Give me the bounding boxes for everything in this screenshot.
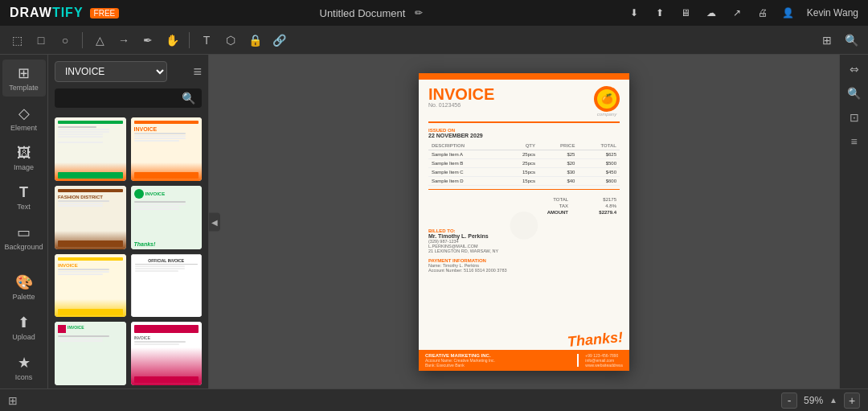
mini-header-4: INVOICE (134, 189, 199, 199)
template-card-inv-brown[interactable]: FASHION DISTRICT INVOICE-brown 21*29.70 … (55, 186, 126, 249)
palette-icon: 🎨 (15, 273, 33, 291)
template-card-inv-official[interactable]: OFFICIAL INVOICE OFFICIAL INVOICE-g... 2… (131, 254, 203, 318)
bottom-bar: ⊞ - 59% ▲ + (0, 388, 868, 411)
mini-invoice-3: FASHION DISTRICT (55, 186, 126, 249)
search-input[interactable] (61, 92, 182, 104)
cloud-icon[interactable]: ☁ (704, 6, 719, 20)
text-tool[interactable]: T (196, 30, 217, 51)
template-thumb-inv-yellow: INVOICE (55, 254, 126, 318)
mini-title-8: INVOICE (134, 335, 199, 340)
panel-category-select[interactable]: INVOICE (55, 61, 167, 82)
link-tool[interactable]: 🔗 (268, 30, 289, 51)
col-total: TOTAL (578, 142, 620, 150)
template-card-inv-green2[interactable]: INVOICE Thanks! INVOICE-green 21*29.70 c… (131, 186, 203, 249)
payment-account: Account Number: 5116 9314 2000 3783 (428, 268, 610, 273)
canvas-area[interactable]: ◀ ● INVOICE No. 0123456 🍊 com (209, 55, 839, 388)
triangle-tool[interactable]: △ (89, 30, 110, 51)
invoice-top-bar (419, 73, 629, 80)
billed-address: 21 LEXINGTON RD, WARSAW, NY (428, 249, 610, 253)
share-icon[interactable]: ⬆ (653, 6, 667, 20)
invoice-logo-block: 🍊 company (594, 86, 620, 117)
panel-menu-icon[interactable]: ≡ (193, 64, 202, 80)
invoice-billed-block: BILLED TO: Mr. Timothy L. Perkins (329) … (428, 228, 610, 253)
group-tool[interactable]: ⬡ (220, 30, 241, 51)
hand-tool[interactable]: ✋ (162, 30, 182, 51)
top-bar-right: ⬇ ⬆ 🖥 ☁ ↗ 🖨 👤 Kevin Wang (627, 6, 858, 20)
template-card-inv-yellow[interactable]: INVOICE INVOICE-yellow 21*29.70 cm (55, 254, 126, 318)
right-icon-fit[interactable]: ⊡ (845, 108, 864, 127)
template-thumb-inv-green (55, 117, 126, 181)
edit-title-icon[interactable]: ✏ (411, 6, 426, 20)
total-label: TOTAL (536, 197, 568, 202)
invoice-header-row: INVOICE No. 0123456 🍊 company (428, 86, 620, 117)
square-tool[interactable]: □ (31, 30, 51, 51)
col-price: PRICE (538, 142, 578, 150)
element-label: Element (10, 124, 37, 132)
sidebar-item-text[interactable]: T Text (2, 179, 46, 216)
circle-tool[interactable]: ○ (55, 30, 76, 51)
template-card-inv-fashion[interactable]: INVOICE INVOICE 21*29.70 cm (55, 322, 126, 385)
download-icon[interactable]: ⬇ (627, 6, 641, 20)
collapse-panel-button[interactable]: ◀ (209, 212, 220, 231)
row1-desc: Sample Item A (428, 150, 502, 158)
right-icon-zoom[interactable]: 🔍 (845, 84, 864, 103)
grid-toggle-icon[interactable]: ⊞ (8, 394, 18, 407)
search-input-wrap: 🔍 (55, 88, 202, 108)
sidebar-item-palette[interactable]: 🎨 Palette (2, 269, 46, 306)
invoice-footer-right: +99 123-456-7890 info@email.com www.webs… (585, 353, 623, 368)
path-tool[interactable]: ✒ (137, 30, 158, 51)
export-icon[interactable]: ↗ (730, 6, 744, 20)
template-card-inv-orange[interactable]: INVOICE INVOICE-orange 21*29.70 cm (131, 117, 203, 181)
invoice-thanks: Thanks! (567, 329, 624, 351)
invoice-footer: CREATIVE MARKETING INC. Account Name: Cr… (419, 350, 629, 371)
mini-footer-8 (134, 376, 199, 383)
print-icon[interactable]: 🖨 (755, 6, 770, 20)
zoom-icon[interactable]: 🔍 (841, 30, 862, 51)
invoice-logo-outer: 🍊 (594, 86, 620, 112)
user-icon[interactable]: 👤 (781, 6, 796, 20)
right-icon-properties[interactable]: ≡ (845, 132, 864, 151)
row1-total: $625 (578, 150, 620, 158)
sidebar-item-upload[interactable]: ⬆ Upload (2, 309, 46, 346)
footer-bank: Bank: Executive Bank (425, 363, 571, 368)
sidebar-item-element[interactable]: ◇ Element (2, 100, 46, 137)
row2-desc: Sample Item B (428, 158, 502, 167)
document-title: Untitled Document (320, 7, 406, 19)
frame-tool[interactable]: ⬚ (6, 30, 27, 51)
billed-name: Mr. Timothy L. Perkins (428, 233, 610, 239)
sidebar-item-background[interactable]: ▭ Background (2, 219, 46, 256)
zoom-out-button[interactable]: - (781, 393, 797, 409)
invoice-amount-row: AMOUNT $2279.4 (428, 209, 620, 216)
template-card-inv-red[interactable]: INVOICE INVOICE 21*29.70 cm (131, 322, 203, 385)
toolbar: ⬚ □ ○ △ → ✒ ✋ T ⬡ 🔒 🔗 ⊞ 🔍 (0, 26, 868, 55)
template-thumb-inv-fashion: INVOICE (55, 322, 126, 385)
row1-price: $25 (538, 150, 578, 158)
lock-tool[interactable]: 🔒 (244, 30, 265, 51)
arrow-tool[interactable]: → (113, 30, 134, 51)
tax-rate: 4.8% (584, 203, 616, 208)
row1-qty: 25pcs (502, 150, 538, 158)
search-bar: 🔍 (48, 88, 208, 114)
monitor-icon[interactable]: 🖥 (678, 6, 693, 20)
invoice-tax-row: TAX 4.8% (428, 203, 620, 209)
table-row: Sample Item A 25pcs $25 $625 (428, 150, 620, 158)
sidebar-item-template[interactable]: ⊞ Template (2, 60, 46, 97)
mini-invoice-7: INVOICE (55, 322, 126, 385)
row4-price: $40 (538, 176, 578, 185)
col-qty: QTY (502, 142, 538, 150)
row3-qty: 15pcs (502, 167, 538, 176)
right-icon-resize[interactable]: ⇔ (845, 60, 864, 79)
layers-icon[interactable]: ⊞ (817, 30, 837, 51)
row4-total: $600 (578, 176, 620, 185)
zoom-in-button[interactable]: + (844, 393, 860, 409)
invoice-number: No. 0123456 (428, 102, 494, 108)
invoice-issued-block: ISSUED ON 22 NOVEMBER 2029 (428, 128, 620, 138)
sidebar-item-icons[interactable]: ★ Icons (2, 349, 46, 386)
row3-price: $30 (538, 167, 578, 176)
sidebar-item-image[interactable]: 🖼 Image (2, 140, 46, 176)
invoice-total-row: TOTAL $2175 (428, 196, 620, 203)
template-card-inv-green[interactable]: Invoice-green 21*29.70 cm (55, 117, 126, 181)
upload-icon: ⬆ (18, 314, 30, 331)
search-icon[interactable]: 🔍 (182, 92, 195, 105)
right-sidebar: ⇔ 🔍 ⊡ ≡ (839, 55, 868, 388)
